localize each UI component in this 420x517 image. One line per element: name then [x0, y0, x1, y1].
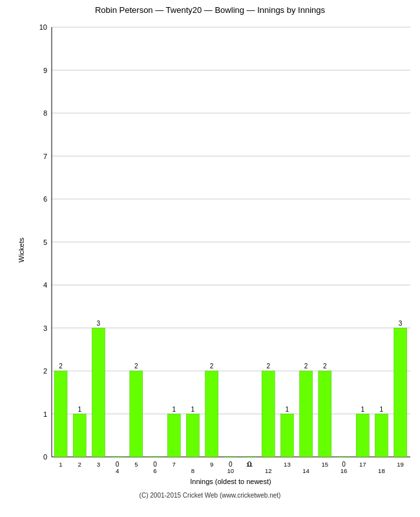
- bar-10: [224, 457, 237, 458]
- svg-text:2: 2: [304, 363, 308, 370]
- svg-text:16: 16: [341, 467, 348, 474]
- svg-text:8: 8: [43, 109, 47, 117]
- svg-text:2: 2: [266, 363, 270, 370]
- bar-18: [375, 414, 388, 458]
- svg-text:10: 10: [227, 467, 235, 474]
- svg-text:2: 2: [134, 363, 138, 370]
- chart-container: Robin Peterson — Twenty20 — Bowling — In…: [0, 0, 420, 517]
- svg-text:1: 1: [172, 406, 176, 413]
- svg-text:14: 14: [302, 467, 310, 474]
- svg-text:3: 3: [43, 324, 47, 332]
- bar-17: [356, 414, 369, 458]
- bar-3: [92, 328, 105, 458]
- svg-text:18: 18: [378, 467, 385, 474]
- svg-text:1: 1: [380, 406, 384, 413]
- bar-16: [337, 457, 350, 458]
- bar-19: [394, 328, 407, 458]
- svg-text:6: 6: [43, 195, 47, 203]
- bar-5: [130, 371, 143, 457]
- bar-9: [205, 371, 218, 457]
- svg-text:3: 3: [399, 320, 403, 327]
- svg-text:17: 17: [359, 461, 366, 468]
- svg-text:15: 15: [322, 461, 329, 468]
- svg-text:7: 7: [173, 461, 176, 468]
- svg-text:3: 3: [97, 461, 100, 468]
- bar-4: [111, 457, 124, 458]
- svg-text:5: 5: [43, 238, 47, 246]
- bar-8: [186, 414, 199, 458]
- svg-text:0: 0: [43, 453, 47, 461]
- svg-text:11: 11: [246, 461, 253, 468]
- bar-1: [54, 371, 67, 457]
- svg-text:13: 13: [284, 461, 291, 468]
- bar-15: [319, 371, 331, 457]
- svg-text:7: 7: [43, 153, 47, 160]
- svg-text:9: 9: [210, 461, 213, 468]
- bar-2: [73, 414, 86, 458]
- bar-7: [167, 414, 180, 458]
- y-axis-label: Wickets: [17, 237, 25, 262]
- svg-text:1: 1: [78, 406, 81, 413]
- svg-text:1: 1: [59, 461, 62, 468]
- bar-13: [280, 414, 293, 458]
- svg-text:10: 10: [39, 23, 47, 31]
- chart-title: Robin Peterson — Twenty20 — Bowling — In…: [95, 5, 325, 15]
- bar-6: [149, 457, 162, 458]
- svg-text:2: 2: [210, 363, 214, 370]
- svg-text:4: 4: [43, 281, 47, 289]
- bar-14: [300, 371, 313, 457]
- svg-text:2: 2: [43, 367, 47, 375]
- svg-text:5: 5: [134, 461, 138, 468]
- svg-text:3: 3: [97, 320, 101, 327]
- bar-12: [262, 371, 275, 457]
- svg-text:1: 1: [361, 406, 364, 413]
- svg-text:8: 8: [191, 467, 194, 474]
- x-axis-label: Innings (oldest to newest): [190, 478, 271, 485]
- svg-text:1: 1: [191, 406, 195, 413]
- bar-11: [243, 457, 256, 458]
- svg-text:1: 1: [286, 406, 289, 413]
- svg-text:4: 4: [116, 467, 119, 474]
- svg-text:12: 12: [265, 467, 272, 474]
- svg-text:19: 19: [397, 461, 404, 468]
- svg-text:2: 2: [78, 461, 81, 468]
- svg-text:1: 1: [43, 410, 47, 418]
- svg-text:9: 9: [43, 67, 47, 74]
- svg-text:6: 6: [153, 467, 156, 474]
- svg-text:2: 2: [59, 363, 63, 370]
- footer: (C) 2001-2015 Cricket Web (www.cricketwe…: [140, 489, 281, 503]
- svg-text:2: 2: [323, 363, 327, 370]
